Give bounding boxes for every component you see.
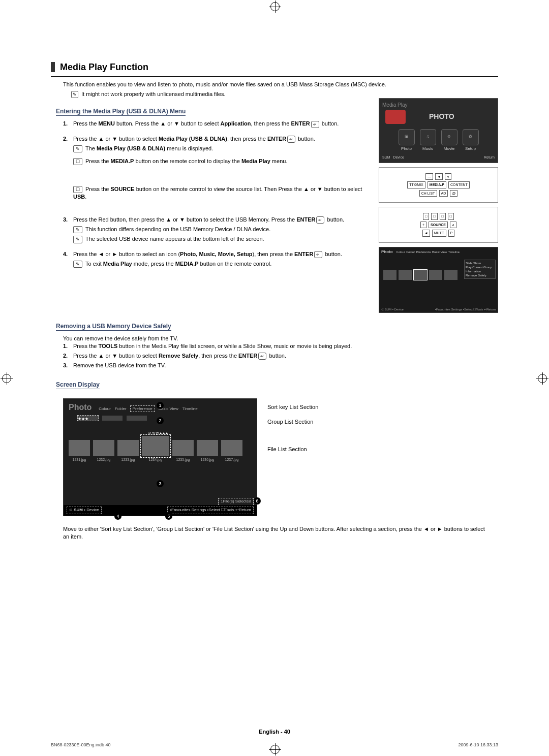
media-play-screenshot: Media Play PHOTO ▣Photo ♫Music ⊛Movie ✿S…: [379, 98, 498, 163]
file-name: BN68-02330E-00Eng.indb 40: [51, 742, 111, 748]
tile-music: ♫Music: [420, 129, 436, 152]
sd-photo-label: Photo: [69, 402, 92, 413]
enter-icon: ↵: [287, 136, 295, 143]
heading-mark: [51, 62, 55, 72]
screen-display-diagram: Photo ColourFolderPreferenceBasic ViewTi…: [63, 398, 498, 516]
note-icon: ✎: [73, 261, 82, 268]
intro-note: ✎It might not work properly with unlicen…: [71, 90, 498, 98]
note-icon: ✎: [73, 145, 82, 152]
callout-1-marker: 1: [157, 402, 164, 409]
note-icon: ✎: [71, 91, 78, 98]
subheading-removing: Removing a USB Memory Device Safely: [56, 322, 171, 331]
enter-icon: ↵: [311, 121, 319, 128]
page-footer: English - 40: [0, 728, 549, 736]
page-heading: Media Play Function: [60, 61, 148, 73]
heading-rule: [51, 76, 498, 77]
note-icon: ✎: [73, 226, 82, 233]
registration-mark-left: [2, 374, 11, 383]
intro-text: This function enables you to view and li…: [63, 81, 498, 88]
step-4-note-1: ✎To exit Media Play mode, press the MEDI…: [73, 260, 369, 268]
callout-4-marker: 4: [114, 513, 121, 520]
enter-icon: ↵: [258, 353, 266, 360]
step-2-note-2: ☐Press the MEDIA.P button on the remote …: [73, 158, 369, 165]
print-info: BN68-02330E-00Eng.indb 40 2009-6-10 16:3…: [51, 742, 498, 748]
registration-mark-right: [538, 374, 547, 383]
tile-movie: ⊛Movie: [441, 129, 458, 152]
subheading-screen-display: Screen Display: [56, 381, 100, 389]
note-icon: ✎: [73, 236, 82, 243]
left-column: Entering the Media Play (USB & DLNA) Men…: [51, 98, 369, 312]
sd-thumb: 1232.jpg: [93, 440, 114, 462]
callout-3-marker: 3: [157, 480, 164, 487]
steps-list-entering: 1. Press the MENU button. Press the ▲ or…: [63, 120, 369, 267]
callout-3-label: File List Section: [267, 446, 318, 453]
subheading-entering: Entering the Media Play (USB & DLNA) Men…: [56, 107, 186, 116]
callout-2-marker: 2: [157, 417, 164, 424]
sd-bottom-bar: ⊂ SUM ▪ Device ▪Favourites Settings ▪Sel…: [64, 505, 257, 516]
step-3: 3. Press the Red button, then press the …: [63, 216, 369, 243]
remove-step-2: 2.Press the ▲ or ▼ button to select Remo…: [63, 352, 498, 360]
step-3-note-1: ✎This function differs depending on the …: [73, 226, 369, 233]
remote-diagram-2: □□□□ +SOURCE∧ ◄MUTEP: [379, 207, 498, 242]
remote-icon: ☐: [73, 158, 82, 165]
sd-thumb: 1236.jpg: [197, 440, 218, 462]
callout-2-label: Group List Section: [267, 418, 318, 426]
sd-group-row: ★★★: [78, 416, 253, 421]
step-2-note-1: ✎The Media Play (USB & DLNA) menu is dis…: [73, 145, 369, 152]
two-column-layout: Entering the Media Play (USB & DLNA) Men…: [51, 98, 498, 312]
step-2-note-3: ☐Press the SOURCE button on the remote c…: [73, 185, 369, 201]
remote-icon: ☐: [73, 186, 82, 193]
media-title: Media Play: [382, 102, 495, 109]
registration-mark-top: [270, 2, 280, 11]
remote-diagram-1: —◄∨ TTX/MIXMEDIA.PCONTENT CH LISTAD@: [379, 167, 498, 203]
step-1: 1. Press the MENU button. Press the ▲ or…: [63, 120, 369, 128]
enter-icon: ↵: [314, 251, 322, 258]
callout-6-marker: 6: [254, 497, 261, 505]
step-4: 4. Press the ◄ or ► button to select an …: [63, 250, 369, 268]
media-tiles: ▣Photo ♫Music ⊛Movie ✿Setup: [382, 129, 495, 152]
steps-list-removing: 1.Press the TOOLS button in the Media Pl…: [63, 342, 498, 369]
camera-icon: [385, 110, 406, 124]
sd-thumb-selected: ☑ 5/15★★★1234.jpg: [142, 431, 169, 462]
tile-setup: ✿Setup: [463, 129, 479, 152]
sd-thumb: 1235.jpg: [172, 440, 194, 462]
print-timestamp: 2009-6-10 16:33:13: [458, 742, 498, 748]
sd-file-strip: 1231.jpg 1232.jpg 1233.jpg ☑ 5/15★★★1234…: [69, 431, 253, 462]
photo-label: PHOTO: [429, 112, 454, 121]
step-3-note-2: ✎The selected USB device name appears at…: [73, 235, 369, 243]
final-paragraph: Move to either 'Sort key List Section', …: [63, 525, 486, 541]
enter-icon: ↵: [316, 216, 324, 224]
sd-tabs: ColourFolderPreferenceBasic ViewTimeline: [99, 405, 201, 412]
sd-thumb: 1231.jpg: [69, 440, 90, 462]
callout-labels: Sort key List Section Group List Section…: [267, 398, 318, 516]
callout-1-label: Sort key List Section: [267, 403, 318, 411]
remove-intro: You can remove the device safely from th…: [63, 335, 498, 342]
manual-page: Media Play Function This function enable…: [0, 0, 549, 756]
remove-step-3: 3.Remove the USB device from the TV.: [63, 362, 498, 369]
callout-5-marker: 5: [165, 513, 172, 520]
right-column: Media Play PHOTO ▣Photo ♫Music ⊛Movie ✿S…: [379, 98, 498, 312]
heading-bar: Media Play Function: [51, 61, 498, 73]
sd-selected-count: 1File(s) Selected: [218, 498, 254, 506]
step-2: 2. Press the ▲ or ▼ button to select Med…: [63, 135, 369, 201]
sd-thumb: 1233.jpg: [117, 440, 139, 462]
sd-thumb: 1237.jpg: [221, 440, 242, 462]
remove-step-1: 1.Press the TOOLS button in the Media Pl…: [63, 342, 498, 350]
photo-list-screenshot: Photo Colour Folder Preference Basic Vie…: [379, 247, 498, 313]
screen-display-box: Photo ColourFolderPreferenceBasic ViewTi…: [63, 398, 257, 516]
tile-photo: ▣Photo: [399, 129, 415, 152]
